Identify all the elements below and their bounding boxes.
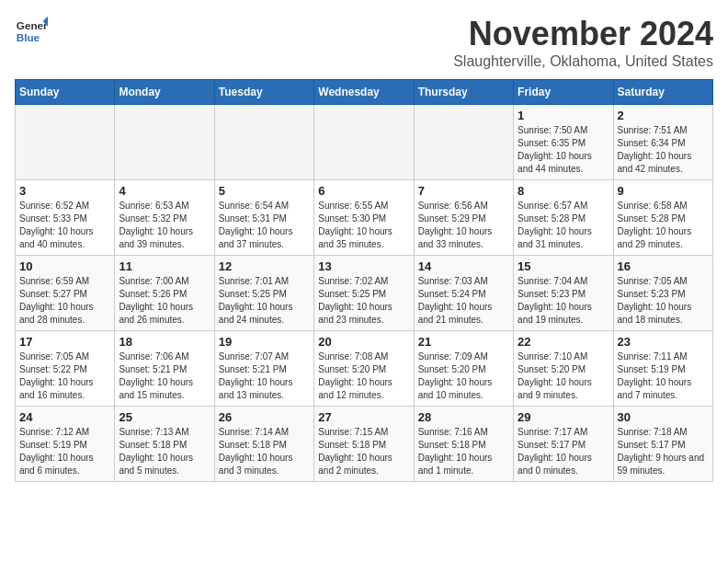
day-info: Sunrise: 7:51 AM Sunset: 6:34 PM Dayligh… bbox=[618, 124, 709, 176]
day-header-saturday: Saturday bbox=[613, 80, 712, 105]
day-info: Sunrise: 7:11 AM Sunset: 5:19 PM Dayligh… bbox=[618, 350, 709, 402]
calendar-cell bbox=[16, 105, 115, 180]
calendar-cell: 22Sunrise: 7:10 AM Sunset: 5:20 PM Dayli… bbox=[514, 331, 613, 407]
day-info: Sunrise: 6:58 AM Sunset: 5:28 PM Dayligh… bbox=[618, 200, 709, 251]
calendar-cell: 14Sunrise: 7:03 AM Sunset: 5:24 PM Dayli… bbox=[414, 256, 513, 331]
day-number: 27 bbox=[318, 410, 409, 424]
day-number: 5 bbox=[219, 184, 310, 198]
calendar-cell: 16Sunrise: 7:05 AM Sunset: 5:23 PM Dayli… bbox=[613, 256, 712, 331]
calendar-table: SundayMondayTuesdayWednesdayThursdayFrid… bbox=[15, 79, 713, 482]
calendar-cell bbox=[414, 105, 513, 180]
calendar-cell: 11Sunrise: 7:00 AM Sunset: 5:26 PM Dayli… bbox=[115, 256, 214, 331]
day-info: Sunrise: 7:01 AM Sunset: 5:25 PM Dayligh… bbox=[219, 275, 310, 327]
day-info: Sunrise: 7:06 AM Sunset: 5:21 PM Dayligh… bbox=[119, 350, 210, 402]
day-number: 4 bbox=[119, 184, 210, 198]
day-info: Sunrise: 6:54 AM Sunset: 5:31 PM Dayligh… bbox=[219, 200, 310, 251]
calendar-cell: 19Sunrise: 7:07 AM Sunset: 5:21 PM Dayli… bbox=[214, 331, 313, 407]
header: General Blue November 2024 Slaughtervill… bbox=[15, 15, 713, 70]
calendar-cell: 8Sunrise: 6:57 AM Sunset: 5:28 PM Daylig… bbox=[514, 180, 613, 256]
day-info: Sunrise: 7:05 AM Sunset: 5:22 PM Dayligh… bbox=[19, 350, 110, 402]
calendar-week-1: 1Sunrise: 7:50 AM Sunset: 6:35 PM Daylig… bbox=[16, 105, 713, 180]
month-title: November 2024 bbox=[453, 15, 713, 53]
day-info: Sunrise: 7:04 AM Sunset: 5:23 PM Dayligh… bbox=[518, 275, 609, 327]
day-info: Sunrise: 7:14 AM Sunset: 5:18 PM Dayligh… bbox=[219, 426, 310, 477]
calendar-cell bbox=[314, 105, 414, 180]
day-info: Sunrise: 6:52 AM Sunset: 5:33 PM Dayligh… bbox=[19, 200, 110, 251]
day-info: Sunrise: 7:02 AM Sunset: 5:25 PM Dayligh… bbox=[318, 275, 409, 327]
day-header-tuesday: Tuesday bbox=[214, 80, 313, 105]
day-number: 16 bbox=[618, 259, 709, 273]
day-number: 7 bbox=[418, 184, 509, 198]
calendar-cell: 26Sunrise: 7:14 AM Sunset: 5:18 PM Dayli… bbox=[214, 407, 313, 482]
day-info: Sunrise: 7:18 AM Sunset: 5:17 PM Dayligh… bbox=[618, 426, 709, 477]
day-number: 13 bbox=[318, 259, 409, 273]
calendar-body: 1Sunrise: 7:50 AM Sunset: 6:35 PM Daylig… bbox=[16, 105, 713, 482]
calendar-cell: 18Sunrise: 7:06 AM Sunset: 5:21 PM Dayli… bbox=[115, 331, 214, 407]
day-number: 12 bbox=[219, 259, 310, 273]
day-number: 21 bbox=[418, 335, 509, 349]
calendar-cell: 27Sunrise: 7:15 AM Sunset: 5:18 PM Dayli… bbox=[314, 407, 414, 482]
day-info: Sunrise: 7:50 AM Sunset: 6:35 PM Dayligh… bbox=[518, 124, 609, 176]
day-header-wednesday: Wednesday bbox=[314, 80, 414, 105]
day-number: 29 bbox=[518, 410, 609, 424]
day-info: Sunrise: 6:56 AM Sunset: 5:29 PM Dayligh… bbox=[418, 200, 509, 251]
calendar-cell: 23Sunrise: 7:11 AM Sunset: 5:19 PM Dayli… bbox=[613, 331, 712, 407]
calendar-cell: 21Sunrise: 7:09 AM Sunset: 5:20 PM Dayli… bbox=[414, 331, 513, 407]
day-number: 28 bbox=[418, 410, 509, 424]
calendar-cell: 30Sunrise: 7:18 AM Sunset: 5:17 PM Dayli… bbox=[613, 407, 712, 482]
day-header-friday: Friday bbox=[514, 80, 613, 105]
calendar-cell: 28Sunrise: 7:16 AM Sunset: 5:18 PM Dayli… bbox=[414, 407, 513, 482]
calendar-header-row: SundayMondayTuesdayWednesdayThursdayFrid… bbox=[16, 80, 713, 105]
calendar-cell: 6Sunrise: 6:55 AM Sunset: 5:30 PM Daylig… bbox=[314, 180, 414, 256]
day-info: Sunrise: 7:15 AM Sunset: 5:18 PM Dayligh… bbox=[318, 426, 409, 477]
day-info: Sunrise: 7:10 AM Sunset: 5:20 PM Dayligh… bbox=[518, 350, 609, 402]
day-number: 17 bbox=[19, 335, 110, 349]
day-number: 9 bbox=[618, 184, 709, 198]
calendar-cell: 29Sunrise: 7:17 AM Sunset: 5:17 PM Dayli… bbox=[514, 407, 613, 482]
calendar-week-5: 24Sunrise: 7:12 AM Sunset: 5:19 PM Dayli… bbox=[16, 407, 713, 482]
day-info: Sunrise: 7:12 AM Sunset: 5:19 PM Dayligh… bbox=[19, 426, 110, 477]
day-info: Sunrise: 7:05 AM Sunset: 5:23 PM Dayligh… bbox=[618, 275, 709, 327]
calendar-cell: 1Sunrise: 7:50 AM Sunset: 6:35 PM Daylig… bbox=[514, 105, 613, 180]
day-info: Sunrise: 7:03 AM Sunset: 5:24 PM Dayligh… bbox=[418, 275, 509, 327]
day-number: 15 bbox=[518, 259, 609, 273]
calendar-week-2: 3Sunrise: 6:52 AM Sunset: 5:33 PM Daylig… bbox=[16, 180, 713, 256]
day-header-monday: Monday bbox=[115, 80, 214, 105]
calendar-cell: 12Sunrise: 7:01 AM Sunset: 5:25 PM Dayli… bbox=[214, 256, 313, 331]
location-title: Slaughterville, Oklahoma, United States bbox=[453, 53, 713, 70]
day-number: 10 bbox=[19, 259, 110, 273]
day-header-thursday: Thursday bbox=[414, 80, 513, 105]
calendar-cell: 20Sunrise: 7:08 AM Sunset: 5:20 PM Dayli… bbox=[314, 331, 414, 407]
day-info: Sunrise: 7:17 AM Sunset: 5:17 PM Dayligh… bbox=[518, 426, 609, 477]
day-number: 6 bbox=[318, 184, 409, 198]
day-info: Sunrise: 7:13 AM Sunset: 5:18 PM Dayligh… bbox=[119, 426, 210, 477]
day-info: Sunrise: 7:16 AM Sunset: 5:18 PM Dayligh… bbox=[418, 426, 509, 477]
calendar-cell bbox=[115, 105, 214, 180]
calendar-cell: 17Sunrise: 7:05 AM Sunset: 5:22 PM Dayli… bbox=[16, 331, 115, 407]
day-info: Sunrise: 6:55 AM Sunset: 5:30 PM Dayligh… bbox=[318, 200, 409, 251]
calendar-cell: 24Sunrise: 7:12 AM Sunset: 5:19 PM Dayli… bbox=[16, 407, 115, 482]
svg-text:Blue: Blue bbox=[17, 31, 40, 43]
day-number: 8 bbox=[518, 184, 609, 198]
day-info: Sunrise: 6:53 AM Sunset: 5:32 PM Dayligh… bbox=[119, 200, 210, 251]
day-info: Sunrise: 7:07 AM Sunset: 5:21 PM Dayligh… bbox=[219, 350, 310, 402]
day-number: 20 bbox=[318, 335, 409, 349]
title-area: November 2024 Slaughterville, Oklahoma, … bbox=[453, 15, 713, 70]
day-number: 3 bbox=[19, 184, 110, 198]
day-info: Sunrise: 7:00 AM Sunset: 5:26 PM Dayligh… bbox=[119, 275, 210, 327]
day-number: 2 bbox=[618, 109, 709, 122]
day-number: 18 bbox=[119, 335, 210, 349]
logo-icon: General Blue bbox=[15, 15, 48, 48]
day-number: 19 bbox=[219, 335, 310, 349]
calendar-cell: 4Sunrise: 6:53 AM Sunset: 5:32 PM Daylig… bbox=[115, 180, 214, 256]
calendar-week-4: 17Sunrise: 7:05 AM Sunset: 5:22 PM Dayli… bbox=[16, 331, 713, 407]
calendar-cell: 9Sunrise: 6:58 AM Sunset: 5:28 PM Daylig… bbox=[613, 180, 712, 256]
day-header-sunday: Sunday bbox=[16, 80, 115, 105]
day-number: 11 bbox=[119, 259, 210, 273]
day-number: 22 bbox=[518, 335, 609, 349]
calendar-cell bbox=[214, 105, 313, 180]
day-number: 26 bbox=[219, 410, 310, 424]
calendar-cell: 2Sunrise: 7:51 AM Sunset: 6:34 PM Daylig… bbox=[613, 105, 712, 180]
calendar-cell: 5Sunrise: 6:54 AM Sunset: 5:31 PM Daylig… bbox=[214, 180, 313, 256]
day-number: 1 bbox=[518, 109, 609, 122]
